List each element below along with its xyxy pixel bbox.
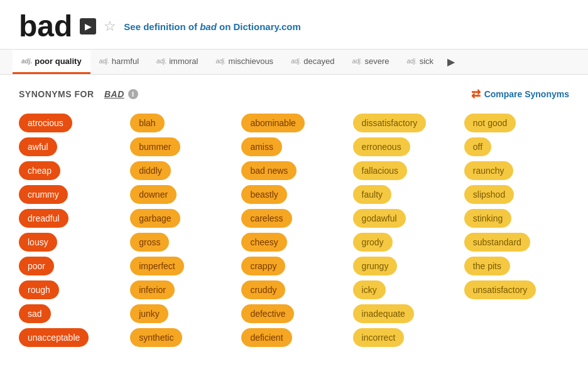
tabs-next-arrow[interactable]: ▶ bbox=[442, 50, 460, 74]
tag-stinking[interactable]: stinking bbox=[464, 209, 511, 228]
tag-amiss[interactable]: amiss bbox=[241, 137, 282, 156]
tabs-bar: adj. poor quality adj. harmful adj. immo… bbox=[0, 50, 588, 75]
tag-the-pits[interactable]: the pits bbox=[464, 257, 510, 275]
tag-icky[interactable]: icky bbox=[353, 280, 386, 299]
tag-deficient[interactable]: deficient bbox=[241, 328, 291, 347]
tab-mischievous[interactable]: adj. mischievous bbox=[207, 50, 282, 74]
tag-incorrect[interactable]: incorrect bbox=[353, 328, 405, 347]
tag-downer[interactable]: downer bbox=[130, 185, 177, 204]
tag-grody[interactable]: grody bbox=[353, 233, 393, 252]
tag-dissatisfactory[interactable]: dissatisfactory bbox=[353, 114, 427, 132]
speaker-button[interactable]: ▶ bbox=[80, 18, 96, 35]
tag-atrocious[interactable]: atrocious bbox=[19, 114, 72, 132]
tag-unsatisfactory[interactable]: unsatisfactory bbox=[464, 280, 536, 299]
synonyms-column-1: atrocious awful cheap crummy dreadful lo… bbox=[19, 114, 124, 347]
tag-sad[interactable]: sad bbox=[19, 304, 51, 323]
compare-synonyms-button[interactable]: ⇄ Compare Synonyms bbox=[471, 87, 569, 101]
tag-off[interactable]: off bbox=[464, 137, 491, 156]
compare-icon: ⇄ bbox=[471, 87, 481, 101]
tag-raunchy[interactable]: raunchy bbox=[464, 161, 513, 180]
synonyms-column-3: abominable amiss bad news beastly carele… bbox=[241, 114, 346, 347]
tag-unacceptable[interactable]: unacceptable bbox=[19, 328, 89, 347]
synonyms-header: SYNONYMS FOR bad i ⇄ Compare Synonyms bbox=[19, 87, 569, 101]
main-content: SYNONYMS FOR bad i ⇄ Compare Synonyms at… bbox=[0, 75, 588, 360]
tag-synthetic[interactable]: synthetic bbox=[130, 328, 182, 347]
synonyms-title: SYNONYMS FOR bad i bbox=[19, 89, 138, 99]
dictionary-link[interactable]: See definition of bad on Dictionary.com bbox=[124, 21, 300, 32]
header: bad ▶ ☆ See definition of bad on Diction… bbox=[0, 0, 588, 50]
tag-beastly[interactable]: beastly bbox=[241, 185, 286, 204]
tab-harmful[interactable]: adj. harmful bbox=[90, 50, 148, 74]
synonyms-column-4: dissatisfactory erroneous fallacious fau… bbox=[353, 114, 458, 347]
speaker-icon: ▶ bbox=[80, 18, 96, 35]
tag-faulty[interactable]: faulty bbox=[353, 185, 391, 204]
tag-careless[interactable]: careless bbox=[241, 209, 291, 228]
tag-substandard[interactable]: substandard bbox=[464, 233, 530, 252]
tag-cheesy[interactable]: cheesy bbox=[241, 233, 286, 252]
tag-fallacious[interactable]: fallacious bbox=[353, 161, 407, 180]
tag-dreadful[interactable]: dreadful bbox=[19, 209, 68, 228]
tag-godawful[interactable]: godawful bbox=[353, 209, 406, 228]
tag-blah[interactable]: blah bbox=[130, 114, 164, 132]
tag-imperfect[interactable]: imperfect bbox=[130, 257, 184, 275]
tag-defective[interactable]: defective bbox=[241, 304, 294, 323]
tag-slipshod[interactable]: slipshod bbox=[464, 185, 514, 204]
tag-junky[interactable]: junky bbox=[130, 304, 168, 323]
tag-crummy[interactable]: crummy bbox=[19, 185, 68, 204]
tab-sick[interactable]: adj. sick bbox=[398, 50, 443, 74]
synonyms-column-2: blah bummer diddly downer garbage gross … bbox=[130, 114, 235, 347]
tag-cheap[interactable]: cheap bbox=[19, 161, 60, 180]
tab-severe[interactable]: adj. severe bbox=[343, 50, 398, 74]
synonyms-grid: atrocious awful cheap crummy dreadful lo… bbox=[19, 114, 569, 347]
tag-rough[interactable]: rough bbox=[19, 280, 59, 299]
tag-awful[interactable]: awful bbox=[19, 137, 57, 156]
info-icon[interactable]: i bbox=[128, 89, 138, 99]
tag-poor[interactable]: poor bbox=[19, 257, 54, 275]
tab-decayed[interactable]: adj. decayed bbox=[282, 50, 343, 74]
tab-poor-quality[interactable]: adj. poor quality bbox=[13, 50, 90, 74]
favorite-button[interactable]: ☆ bbox=[104, 19, 116, 33]
main-word: bad bbox=[19, 11, 72, 41]
synonyms-column-5: not good off raunchy slipshod stinking s… bbox=[464, 114, 569, 299]
tag-erroneous[interactable]: erroneous bbox=[353, 137, 410, 156]
tag-not-good[interactable]: not good bbox=[464, 114, 516, 132]
tag-diddly[interactable]: diddly bbox=[130, 161, 171, 180]
tag-bad-news[interactable]: bad news bbox=[241, 161, 297, 180]
tag-inferior[interactable]: inferior bbox=[130, 280, 175, 299]
tag-inadequate[interactable]: inadequate bbox=[353, 304, 414, 323]
tag-gross[interactable]: gross bbox=[130, 233, 169, 252]
tag-garbage[interactable]: garbage bbox=[130, 209, 180, 228]
tag-bummer[interactable]: bummer bbox=[130, 137, 180, 156]
tag-cruddy[interactable]: cruddy bbox=[241, 280, 285, 299]
tag-grungy[interactable]: grungy bbox=[353, 257, 398, 275]
tag-crappy[interactable]: crappy bbox=[241, 257, 285, 275]
tab-immoral[interactable]: adj. immoral bbox=[148, 50, 207, 74]
tag-abominable[interactable]: abominable bbox=[241, 114, 304, 132]
tag-lousy[interactable]: lousy bbox=[19, 233, 57, 252]
